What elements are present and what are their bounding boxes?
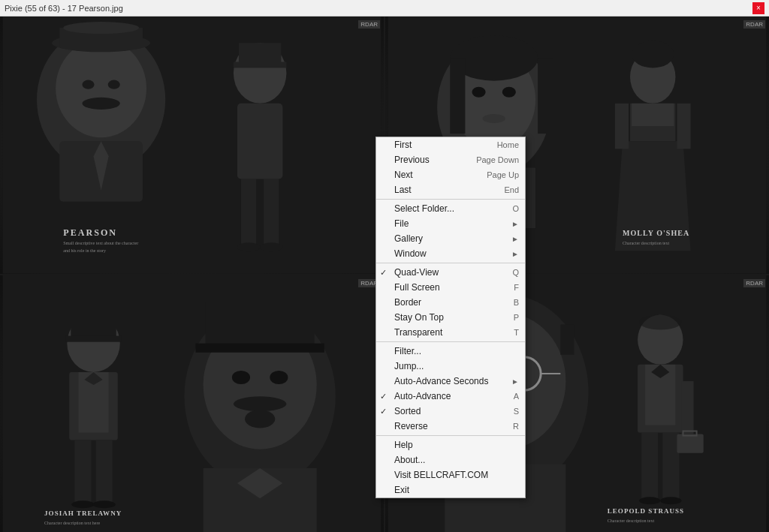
arrow-icon-auto-advance-seconds: ► [511, 377, 519, 386]
menu-item-auto-advance[interactable]: ✓ Auto-Advance A [376, 389, 525, 404]
menu-item-auto-advance-seconds[interactable]: Auto-Advance Seconds ► [376, 374, 525, 389]
menu-shortcut-full-screen: F [514, 283, 519, 292]
panel-tr-stamp: RDAR [743, 20, 765, 29]
menu-label-transparent: Transparent [394, 327, 499, 338]
menu-label-border: Border [394, 297, 499, 308]
menu-item-filter[interactable]: Filter... [376, 344, 525, 359]
menu-item-select-folder[interactable]: Select Folder... O [376, 201, 525, 216]
svg-rect-38 [615, 104, 629, 149]
menu-label-last: Last [394, 185, 489, 195]
svg-rect-56 [196, 343, 324, 352]
menu-item-transparent[interactable]: Transparent T [376, 325, 525, 340]
svg-rect-27 [538, 58, 553, 134]
menu-item-last[interactable]: Last End [376, 182, 525, 197]
svg-point-5 [63, 22, 139, 34]
check-icon-quad-view: ✓ [380, 268, 387, 278]
svg-rect-90 [677, 434, 703, 452]
svg-point-17 [237, 242, 260, 251]
menu-item-next[interactable]: Next Page Up [376, 167, 525, 182]
menu-shortcut-border: B [514, 298, 519, 307]
panel-tl-inner: RDAR [0, 17, 384, 274]
menu-label-window: Window [394, 248, 511, 259]
svg-point-60 [245, 410, 275, 428]
svg-text:Character description text her: Character description text here [44, 521, 101, 525]
svg-point-18 [260, 242, 282, 251]
svg-rect-50 [96, 440, 113, 504]
svg-point-58 [270, 370, 288, 383]
menu-item-about[interactable]: About... [376, 452, 525, 467]
svg-rect-85 [641, 432, 658, 500]
panel-top-left: RDAR [0, 17, 384, 274]
svg-point-51 [71, 500, 94, 508]
svg-rect-14 [237, 104, 282, 179]
menu-label-visit: Visit BELLCRAFT.COM [394, 470, 519, 480]
menu-item-file[interactable]: File ► [376, 216, 525, 231]
svg-point-28 [472, 87, 485, 98]
menu-item-jump[interactable]: Jump... [376, 359, 525, 374]
menu-item-stay-on-top[interactable]: Stay On Top P [376, 310, 525, 325]
svg-rect-26 [450, 58, 465, 134]
menu-label-exit: Exit [394, 485, 519, 495]
menu-separator-2 [376, 263, 525, 263]
menu-item-help[interactable]: Help [376, 437, 525, 452]
menu-item-window[interactable]: Window ► [376, 246, 525, 261]
svg-rect-86 [662, 432, 679, 500]
svg-point-30 [483, 114, 505, 123]
svg-point-87 [639, 497, 660, 504]
menu-shortcut-transparent: T [514, 328, 519, 337]
svg-rect-45 [65, 335, 122, 341]
menu-label-next: Next [394, 170, 472, 180]
svg-rect-39 [677, 104, 690, 149]
menu-item-full-screen[interactable]: Full Screen F [376, 280, 525, 295]
context-menu: First Home Previous Page Down Next Page … [375, 137, 526, 498]
menu-label-sorted: Sorted [394, 406, 499, 416]
menu-label-auto-advance: Auto-Advance [394, 391, 499, 401]
svg-text:Small descriptive text about t: Small descriptive text about the charact… [63, 241, 138, 245]
panel-bl-image: JOSIAH TRELAWNY Character description te… [0, 275, 384, 533]
svg-point-59 [234, 396, 287, 411]
menu-item-sorted[interactable]: ✓ Sorted S [376, 404, 525, 419]
svg-point-29 [502, 87, 516, 98]
menu-item-border[interactable]: Border B [376, 295, 525, 310]
svg-point-7 [108, 80, 120, 89]
menu-item-previous[interactable]: Previous Page Down [376, 152, 525, 167]
menu-shortcut-first: Home [497, 140, 519, 149]
menu-shortcut-reverse: R [513, 422, 519, 431]
menu-item-reverse[interactable]: Reverse R [376, 419, 525, 434]
panel-tl-image: PEARSON Small descriptive text about the… [0, 17, 384, 274]
menu-label-first: First [394, 140, 482, 150]
menu-item-gallery[interactable]: Gallery ► [376, 231, 525, 246]
svg-rect-44 [71, 309, 116, 338]
window-title: Pixie (55 of 63) - 17 Pearson.jpg [5, 4, 123, 13]
panel-br-stamp: RDAR [743, 279, 765, 287]
main-area: RDAR [0, 17, 769, 532]
close-button[interactable]: × [752, 2, 764, 14]
menu-label-auto-advance-seconds: Auto-Advance Seconds [394, 376, 511, 386]
menu-item-quad-view[interactable]: ✓ Quad-View Q [376, 265, 525, 280]
menu-label-file: File [394, 218, 511, 229]
svg-text:and his role in the story: and his role in the story [63, 248, 106, 253]
menu-shortcut-previous: Page Down [476, 155, 519, 164]
check-icon-sorted: ✓ [380, 407, 387, 416]
svg-point-2 [56, 39, 146, 137]
arrow-icon-file: ► [511, 220, 519, 228]
menu-item-first[interactable]: First Home [376, 137, 525, 152]
svg-text:Character description text: Character description text [608, 518, 655, 523]
menu-label-reverse: Reverse [394, 421, 498, 431]
menu-item-visit[interactable]: Visit BELLCRAFT.COM [376, 467, 525, 482]
menu-shortcut-quad-view: Q [512, 268, 519, 277]
menu-label-help: Help [394, 440, 519, 450]
svg-point-8 [82, 98, 119, 110]
titlebar: Pixie (55 of 63) - 17 Pearson.jpg × [0, 0, 769, 17]
arrow-icon-gallery: ► [511, 235, 519, 243]
svg-point-6 [82, 80, 94, 89]
menu-shortcut-last: End [504, 185, 519, 194]
menu-shortcut-select-folder: O [512, 204, 519, 213]
menu-separator-4 [376, 435, 525, 436]
menu-separator-1 [376, 199, 525, 200]
menu-item-exit[interactable]: Exit [376, 482, 525, 497]
svg-rect-69 [560, 324, 574, 354]
menu-label-about: About... [394, 455, 519, 465]
menu-label-full-screen: Full Screen [394, 282, 499, 293]
svg-text:JOSIAH TRELAWNY: JOSIAH TRELAWNY [44, 509, 122, 517]
